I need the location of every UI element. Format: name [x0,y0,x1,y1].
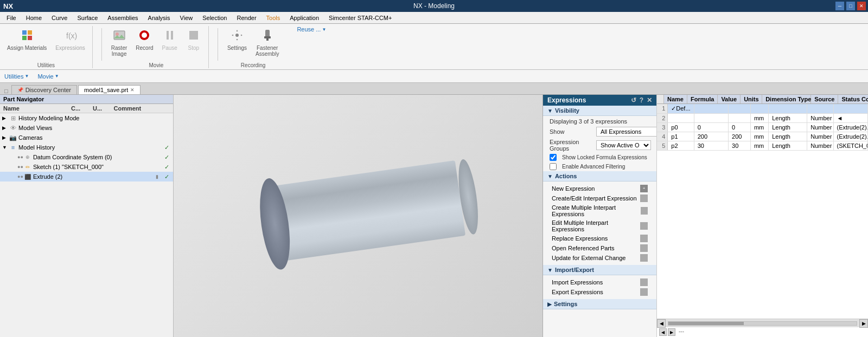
menu-selection[interactable]: Selection [198,14,231,22]
table-row-1[interactable]: 1 ✓Def... [657,104,868,114]
menu-render[interactable]: Render [232,14,260,22]
menu-view[interactable]: View [176,14,197,22]
menu-surface[interactable]: Surface [73,14,102,22]
expressions-back-button[interactable]: ↺ [631,96,636,104]
menu-assemblies[interactable]: Assemblies [103,14,142,22]
tree-item-model-history[interactable]: ▼ ≡ Model History ✓ [0,142,173,152]
action-replace-expressions[interactable]: Replace Expressions [543,234,656,243]
row-5-num: 5 [657,141,668,150]
table-row-2[interactable]: 2 mm Length Number ◄ [657,114,868,123]
menu-curve[interactable]: Curve [47,14,72,22]
pause-button[interactable]: Pause [159,26,180,53]
tab-page-icon: □ [4,88,8,94]
close-button[interactable]: ✕ [857,2,866,10]
utilities-label: Utilities [37,62,55,68]
svg-rect-11 [189,31,198,40]
utilities-dropdown[interactable]: Utilities ▼ [4,73,29,80]
col-comment: Comment [114,105,170,112]
tree-item-cameras[interactable]: ▶ 📷 Cameras [0,133,173,142]
nav-left-button[interactable]: ◀ [659,328,667,336]
table-row-4[interactable]: 4 p1 200 200 mm Length Number (Extrude(2… [657,132,868,141]
nav-right-button[interactable]: ▶ [668,328,675,336]
table-row-5[interactable]: 5 p2 30 30 mm Length Number (SKETCH_0... [657,141,868,151]
action-create-multiple-interpart[interactable]: Create Multiple Interpart Expressions [543,203,656,218]
svg-rect-0 [22,30,27,35]
toolbar-group-materials: Assign Materials f(x) Expressions Utilit… [4,26,93,68]
menu-tools[interactable]: Tools [262,14,285,22]
action-create-edit-interpart[interactable]: Create/Edit Interpart Expression [543,193,656,203]
row-1-source [807,104,833,113]
action-export-expressions[interactable]: Export Expressions [543,287,656,297]
viewport[interactable] [174,95,542,337]
3d-model-cylinder [248,141,489,280]
row-5-value: 30 [729,141,751,150]
tree-item-extrude[interactable]: ●● ⬛ Extrude (2) ▮ ✓ [0,172,173,182]
tree-item-sketch[interactable]: ●● ✏ Sketch (1) "SKETCH_000" ✓ [0,162,173,172]
h-scroll-track[interactable] [668,321,857,326]
raster-image-button[interactable]: RasterImage [108,26,130,59]
row-5-source: Number [807,141,833,150]
expressions-button[interactable]: f(x) Expressions [53,26,87,53]
stop-icon [186,28,201,43]
displaying-text: Displaying 3 of 3 expressions [550,118,627,125]
table-row-3[interactable]: 3 p0 0 0 mm Length Number (Extrude(2)... [657,123,868,132]
fastener-assembly-icon [260,28,275,43]
expressions-help-button[interactable]: ? [640,96,643,104]
svg-rect-2 [22,36,27,40]
cylinder-body [261,160,465,263]
movie-dropdown[interactable]: Movie ▼ [37,73,59,80]
tab-model1[interactable]: model1_save.prt ✕ [78,85,141,94]
show-locked-checkbox[interactable] [550,154,557,161]
menu-file[interactable]: File [2,14,21,22]
action-import-expressions[interactable]: Import Expressions [543,277,656,287]
settings-section-header[interactable]: ▶ Settings [543,299,656,309]
row-2-units: mm [751,114,769,122]
tab-discovery-center[interactable]: 📌 Discovery Center [11,85,77,94]
svg-rect-14 [264,36,271,38]
show-select[interactable]: All Expressions Active Expressions Named… [596,127,656,137]
tree-arrow-cameras[interactable]: ▶ [2,135,9,140]
expressions-left: Expressions ↺ ? ✕ ▼ Visibility Displayin… [543,95,657,337]
row-1-units [751,104,769,113]
action-edit-multiple-interpart[interactable]: Edit Multiple Interpart Expressions [543,218,656,234]
menu-analysis[interactable]: Analysis [144,14,175,22]
h-scroll-thumb[interactable] [668,322,744,325]
actions-section-header[interactable]: ▼ Actions [543,171,656,182]
settings-button[interactable]: Settings [225,26,250,53]
row-5-formula: 30 [694,141,729,150]
record-button[interactable]: Record [133,26,156,53]
col-header-status: Status Co... [838,95,868,103]
action-new-expression[interactable]: New Expression + [543,184,656,193]
reuse-button[interactable]: Reuse ... ▼ [297,26,326,33]
tree-arrow-history-mode[interactable]: ▶ [2,115,9,121]
menu-application[interactable]: Application [285,14,323,22]
menu-simcenter[interactable]: Simcenter STAR-CCM+ [324,14,396,22]
sketch-label: Sketch (1) "SKETCH_000" [33,164,162,170]
tree-item-datum[interactable]: ●● ⊕ Datum Coordinate System (0) ✓ [0,152,173,162]
visibility-arrow-icon: ▼ [547,108,553,114]
tree-item-model-views[interactable]: ▶ 👁 Model Views [0,123,173,133]
tree-item-history-mode[interactable]: ▶ ⊞ History Modeling Mode [0,113,173,123]
minimize-button[interactable]: ─ [835,2,844,10]
menu-home[interactable]: Home [22,14,46,22]
sketch-prefix: ●● [17,164,23,170]
import-export-section-header[interactable]: ▼ Import/Export [543,265,656,275]
action-update-external[interactable]: Update for External Change [543,253,656,263]
h-scroll-bar[interactable]: ◀ ▶ [657,319,868,327]
replace-icon [640,235,648,242]
fastener-assembly-button[interactable]: FastenerAssembly [253,26,282,59]
enable-advanced-checkbox[interactable] [550,163,557,170]
tree-arrow-model-history[interactable]: ▼ [2,145,9,150]
assign-materials-button[interactable]: Assign Materials [4,26,49,53]
action-open-referenced-parts[interactable]: Open Referenced Parts [543,243,656,253]
maximize-button[interactable]: □ [846,2,855,10]
expr-groups-select[interactable]: Show Active O [596,140,651,150]
h-scroll-left-button[interactable]: ◀ [657,319,666,328]
visibility-section-header[interactable]: ▼ Visibility [543,106,656,116]
tree-arrow-model-views[interactable]: ▶ [2,125,9,131]
expressions-close-button[interactable]: ✕ [647,96,652,104]
stop-button[interactable]: Stop [183,26,204,53]
recording-label: Recording [241,62,266,68]
h-scroll-right-button[interactable]: ▶ [859,319,868,328]
svg-rect-9 [167,31,169,40]
